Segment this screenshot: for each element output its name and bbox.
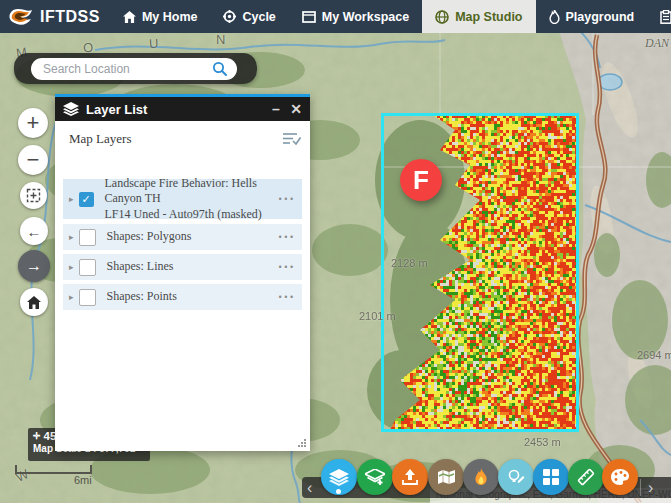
clipboard-icon [660, 10, 671, 24]
folded-map-icon [437, 470, 456, 485]
minimize-button[interactable]: – [266, 101, 286, 117]
previous-extent-button[interactable]: ← [20, 217, 48, 245]
next-extent-button[interactable]: → [18, 250, 50, 282]
fire-behavior-button[interactable] [463, 459, 499, 495]
nav-item-ftem[interactable]: FTEM [647, 0, 671, 33]
map-marker-f[interactable]: F [400, 159, 442, 201]
sketch-button[interactable] [498, 459, 534, 495]
options-icon[interactable]: ••• [278, 233, 295, 242]
active-tool-indicator [336, 489, 341, 494]
home-icon [123, 11, 136, 23]
map-layers-heading: Map Layers [69, 131, 283, 147]
nav-label: Cycle [242, 10, 275, 24]
nav-label: Map Studio [455, 10, 522, 24]
plus-icon: + [27, 110, 40, 136]
home-extent-button[interactable] [20, 288, 48, 316]
nav-item-playground[interactable]: Playground [536, 0, 648, 33]
layer-label-line2: LF14 Uned - Auto97th (masked) [105, 207, 262, 221]
nav-item-cycle[interactable]: Cycle [210, 0, 288, 33]
layer-row-landscape-fire-behavior[interactable]: ▸ ✓ Landscape Fire Behavior: Hells Canyo… [63, 179, 302, 219]
map-text-label: N [216, 32, 225, 47]
expand-caret-icon[interactable]: ▸ [69, 262, 74, 272]
toolbar-collapse-right-icon[interactable]: › [648, 477, 653, 498]
layer-checkbox[interactable] [79, 259, 96, 276]
expand-caret-icon[interactable]: ▸ [69, 292, 74, 302]
layer-checkbox[interactable] [79, 229, 96, 246]
iftdss-map-studio: 2128 m 2101 m 2694 m 2453 m M O U N DAN … [0, 0, 671, 503]
layer-label: Landscape Fire Behavior: Hells Canyon TH… [105, 176, 278, 223]
style-palette-button[interactable] [602, 459, 638, 495]
panel-header[interactable]: Layer List – ✕ [55, 97, 310, 121]
globe-icon [435, 10, 449, 24]
search-pill [31, 58, 237, 80]
zoom-to-box-button[interactable] [20, 182, 47, 209]
toolbar-collapse-left-icon[interactable]: ‹ [307, 477, 312, 498]
layer-row-shapes-lines[interactable]: ▸ Shapes: Lines ••• [63, 254, 302, 280]
basemap-button[interactable] [428, 459, 464, 495]
grid-icon [543, 469, 559, 485]
zoom-in-button[interactable]: + [18, 108, 48, 138]
layers-icon [329, 469, 349, 486]
zoom-box-icon [26, 188, 41, 203]
crosshair-icon: ✛ [33, 431, 41, 441]
top-nav: IFTDSS My Home Cycle My Workspace [0, 0, 671, 33]
expand-caret-icon[interactable]: ▸ [69, 232, 74, 242]
nav-item-my-home[interactable]: My Home [110, 0, 211, 33]
palette-icon [611, 469, 629, 485]
scale-bar-label: 6mi [74, 474, 92, 486]
elevation-label: 2453 m [524, 436, 561, 448]
arrow-left-icon: ← [27, 223, 42, 240]
ruler-icon [577, 468, 595, 486]
search-location-box [14, 53, 257, 84]
elevation-label: 2101 m [359, 310, 396, 322]
expand-caret-icon[interactable]: ▸ [69, 194, 74, 204]
layer-label-line1: Landscape Fire Behavior: Hells Canyon TH [105, 176, 257, 206]
layer-checkbox[interactable]: ✓ [79, 192, 94, 207]
options-icon[interactable]: ••• [278, 263, 295, 272]
add-layers-button[interactable] [357, 459, 393, 495]
bulb-pencil-icon [507, 468, 525, 486]
layer-label: Shapes: Polygons [107, 229, 278, 245]
elevation-label: 2128 m [391, 257, 428, 269]
search-input[interactable] [41, 61, 212, 77]
search-icon[interactable] [212, 61, 228, 77]
layer-row-shapes-polygons[interactable]: ▸ Shapes: Polygons ••• [63, 224, 302, 250]
elevation-label: 2694 m [637, 349, 671, 361]
options-icon[interactable]: ••• [278, 293, 295, 302]
measure-button[interactable] [568, 459, 604, 495]
nav-item-map-studio[interactable]: Map Studio [422, 0, 535, 33]
scale-bar [15, 465, 92, 474]
workspace-icon [302, 11, 316, 23]
flame-icon [474, 468, 488, 486]
layer-row-shapes-points[interactable]: ▸ Shapes: Points ••• [63, 284, 302, 310]
layer-label: Shapes: Points [107, 289, 278, 305]
brand-name: IFTDSS [40, 8, 100, 26]
upload-icon [401, 468, 419, 486]
zoom-out-button[interactable]: − [18, 145, 48, 175]
toggle-all-layers-icon[interactable] [283, 132, 301, 146]
cycle-icon [223, 10, 236, 23]
layer-checkbox[interactable] [79, 289, 96, 306]
map-text-label: U [149, 36, 159, 51]
brand[interactable]: IFTDSS [0, 0, 110, 33]
toolbar-divider [640, 479, 641, 496]
resize-handle[interactable] [297, 438, 307, 448]
layer-label: Shapes: Lines [107, 259, 278, 275]
panel-body: Map Layers ▸ ✓ Landscape Fire Behavior: … [55, 121, 310, 451]
iftdss-flame-logo-icon [8, 7, 34, 27]
panel-title: Layer List [86, 102, 266, 117]
apps-grid-button[interactable] [533, 459, 569, 495]
arrow-right-icon: → [26, 257, 42, 275]
close-button[interactable]: ✕ [286, 101, 306, 117]
nav-label: My Home [142, 10, 198, 24]
add-layers-icon [365, 469, 385, 486]
options-icon[interactable]: ••• [278, 195, 295, 204]
minus-icon: − [27, 147, 40, 173]
nav-item-my-workspace[interactable]: My Workspace [289, 0, 422, 33]
nav-label: My Workspace [322, 10, 409, 24]
home-icon [27, 296, 41, 309]
upload-button[interactable] [392, 459, 428, 495]
layer-list-panel: Layer List – ✕ Map Layers ▸ ✓ Landscape … [55, 94, 310, 451]
flame-icon [549, 10, 560, 24]
layers-icon [63, 102, 79, 116]
